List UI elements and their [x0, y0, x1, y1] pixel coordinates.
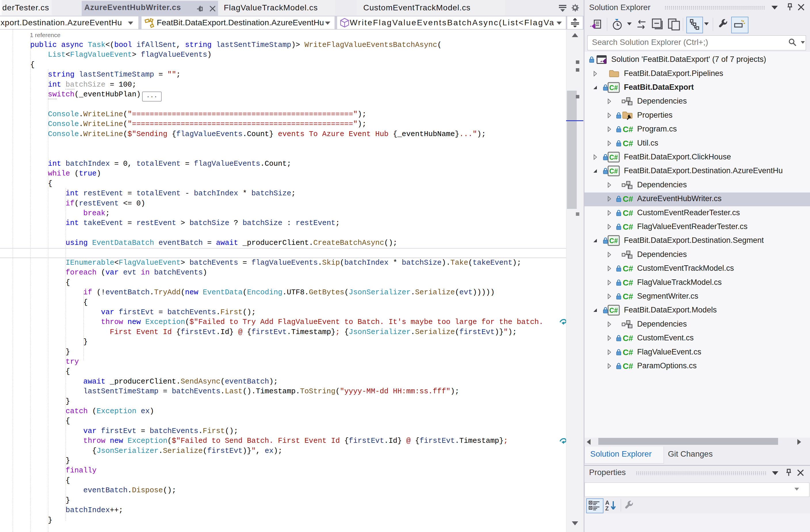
svg-text:Z: Z [605, 505, 609, 512]
svg-text:A: A [605, 499, 609, 506]
